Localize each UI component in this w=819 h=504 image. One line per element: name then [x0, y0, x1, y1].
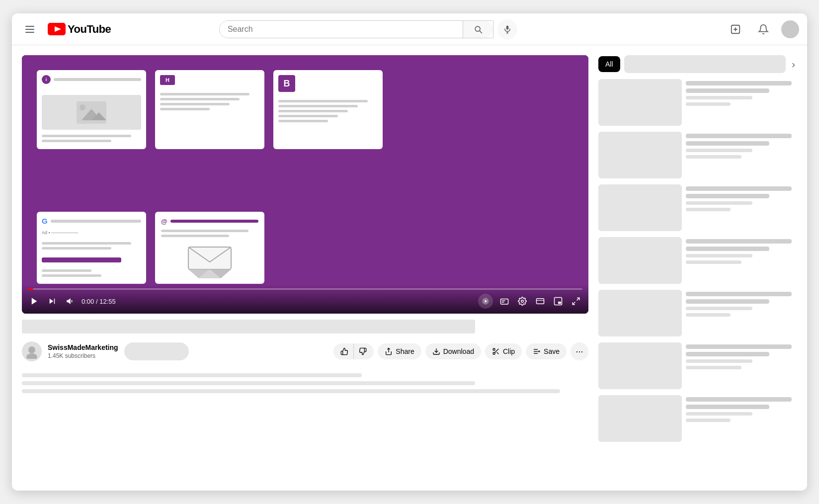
mic-button[interactable] — [497, 19, 517, 39]
sidebar-item-info — [686, 290, 797, 336]
all-chip[interactable]: All — [598, 56, 620, 72]
list-item[interactable] — [598, 290, 797, 336]
svg-point-25 — [521, 300, 524, 303]
clip-button[interactable]: Clip — [485, 343, 522, 359]
channel-subscribers: 1.45K subscribers — [48, 352, 118, 359]
mic-icon — [503, 25, 512, 34]
channel-row: SwissMadeMarketing 1.45K subscribers — [22, 339, 588, 363]
desc-line-1 — [22, 373, 362, 377]
search-bar — [219, 19, 517, 39]
download-button[interactable]: Download — [425, 343, 481, 359]
channel-avatar[interactable] — [22, 341, 42, 361]
sidebar-item-info — [686, 184, 797, 231]
like-button[interactable] — [333, 343, 354, 359]
h-icon: H — [160, 75, 175, 85]
sidebar-thumbnail — [598, 237, 682, 284]
description-area — [22, 369, 588, 397]
yt-sidebar: All › — [598, 55, 797, 481]
miniplayer-button[interactable] — [552, 295, 565, 308]
svg-marker-16 — [32, 298, 37, 305]
sidebar-item-info — [686, 79, 797, 126]
desc-line-2 — [22, 381, 475, 385]
save-button[interactable]: Save — [526, 343, 567, 359]
download-icon — [432, 347, 440, 355]
more-options-button[interactable]: ··· — [571, 342, 588, 360]
scissors-icon — [492, 347, 500, 355]
svg-rect-29 — [558, 302, 561, 304]
sidebar-thumbnail — [598, 290, 682, 336]
list-item[interactable] — [598, 184, 797, 231]
playlist-add-icon — [533, 347, 541, 355]
youtube-logo-icon — [48, 23, 66, 35]
fullscreen-icon — [572, 297, 580, 306]
autoplay-toggle[interactable] — [478, 294, 493, 309]
search-input[interactable] — [220, 21, 463, 38]
subscribe-button[interactable] — [124, 342, 189, 360]
list-item[interactable] — [598, 342, 797, 389]
sidebar-item-info — [686, 342, 797, 389]
user-avatar[interactable] — [781, 20, 799, 38]
yt-main: i — [12, 45, 807, 491]
settings-button[interactable] — [516, 295, 529, 308]
thumbs-up-icon — [340, 347, 348, 355]
mountain-icon — [77, 101, 106, 124]
volume-button[interactable] — [64, 295, 77, 308]
play-button[interactable] — [28, 295, 41, 308]
next-button[interactable] — [46, 295, 59, 308]
youtube-logo-text: YouTube — [68, 23, 111, 36]
search-button[interactable] — [463, 21, 493, 38]
sidebar-item-info — [686, 132, 797, 178]
notifications-button[interactable] — [753, 19, 773, 39]
thumbs-down-icon — [359, 347, 367, 355]
header-left: YouTube — [20, 19, 111, 39]
hamburger-menu-button[interactable] — [20, 19, 40, 39]
google-g-text: G — [42, 217, 48, 225]
list-item[interactable] — [598, 395, 797, 442]
sidebar-next-button[interactable]: › — [790, 57, 797, 72]
bell-icon — [758, 24, 769, 35]
fullscreen-button[interactable] — [570, 295, 582, 308]
progress-bar[interactable] — [28, 288, 582, 290]
sidebar-thumbnail — [598, 132, 682, 178]
panel-row-1: i — [37, 70, 573, 149]
video-title-bar — [22, 320, 475, 334]
at-sign: @ — [161, 218, 167, 225]
svg-point-36 — [493, 348, 495, 350]
bootstrap-b-icon: B — [278, 75, 295, 92]
list-item[interactable] — [598, 79, 797, 126]
youtube-logo[interactable]: YouTube — [48, 23, 111, 36]
browser-window: YouTube — [12, 13, 807, 491]
play-icon — [30, 297, 39, 306]
list-item[interactable] — [598, 237, 797, 284]
video-controls: 0:00 / 12:55 — [22, 284, 588, 314]
list-item[interactable] — [598, 132, 797, 178]
hamburger-icon — [21, 22, 38, 37]
create-icon — [730, 24, 741, 35]
miniplayer-icon — [554, 297, 563, 306]
captions-button[interactable] — [498, 295, 511, 308]
create-button[interactable] — [726, 19, 745, 39]
progress-fill — [28, 288, 33, 290]
video-player[interactable]: i — [22, 55, 588, 314]
dislike-button[interactable] — [354, 343, 374, 359]
share-button[interactable]: Share — [378, 343, 421, 359]
svg-line-31 — [573, 302, 575, 305]
share-icon — [385, 347, 393, 355]
theater-icon — [536, 297, 545, 306]
sidebar-chip-row: All › — [598, 55, 797, 73]
channel-name[interactable]: SwissMadeMarketing — [48, 343, 118, 351]
time-display: 0:00 / 12:55 — [82, 298, 116, 305]
autoplay-icon — [482, 297, 490, 305]
image-placeholder — [42, 95, 141, 130]
captions-icon — [500, 297, 509, 306]
svg-marker-19 — [67, 298, 71, 304]
theater-mode-button[interactable] — [534, 295, 547, 308]
cta-bar — [42, 257, 121, 262]
sidebar-thumbnail — [598, 395, 682, 442]
svg-marker-17 — [50, 299, 54, 304]
sidebar-thumbnail — [598, 79, 682, 126]
sidebar-item-info — [686, 395, 797, 442]
sidebar-chip-placeholder — [624, 55, 786, 73]
channel-info: SwissMadeMarketing 1.45K subscribers — [48, 343, 118, 359]
svg-rect-2 — [506, 25, 509, 29]
